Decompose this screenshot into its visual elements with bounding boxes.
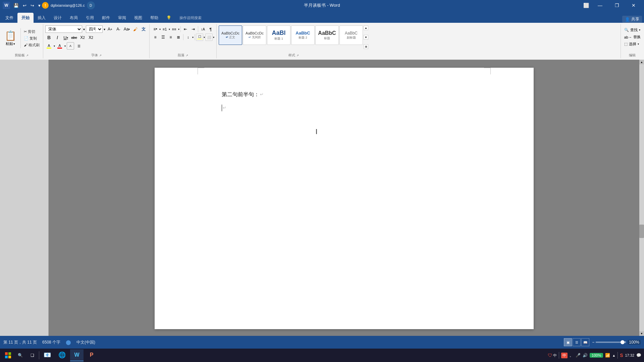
share-btn[interactable]: 👤 共享 (622, 16, 642, 23)
indent-more-btn[interactable]: ⇥ (190, 25, 197, 33)
indent-less-btn[interactable]: ⇤ (182, 25, 189, 33)
tab-mailings[interactable]: 邮件 (98, 13, 114, 23)
volume-icon[interactable]: 🔊 (583, 353, 588, 358)
scroll-down-arrow[interactable]: ▼ (639, 331, 644, 336)
scroll-up-arrow[interactable]: ▲ (639, 60, 644, 64)
style-subtitle[interactable]: AaBbC 副标题 (339, 25, 363, 45)
find-dropdown[interactable]: ▾ (639, 28, 640, 32)
tab-design[interactable]: 设计 (50, 13, 66, 23)
borders-dropdown[interactable]: ▾ (213, 36, 214, 39)
styles-scroll-down[interactable]: ▼ (364, 35, 368, 40)
select-btn[interactable]: ⬚ 选择 ▾ (623, 41, 642, 47)
tab-search[interactable]: 操作说明搜索 (175, 13, 206, 23)
text-line-2[interactable]: ↵ (222, 101, 473, 115)
phonetic-btn[interactable]: ☰ (75, 42, 83, 50)
tab-file[interactable]: 文件 (1, 13, 17, 23)
sort-btn[interactable]: ↕A (199, 25, 207, 33)
scroll-thumb[interactable] (639, 225, 644, 238)
tab-review[interactable]: 审阅 (114, 13, 130, 23)
find-btn[interactable]: 🔍 查找 ▾ (623, 27, 642, 33)
restore-btn[interactable]: ❐ (609, 0, 625, 11)
tab-view[interactable]: 视图 (130, 13, 146, 23)
font-color-btn[interactable]: A (56, 42, 63, 50)
align-right-btn[interactable]: ≡ (167, 34, 174, 41)
close-btn[interactable]: ✕ (626, 0, 641, 11)
web-view-btn[interactable]: ☰ (573, 338, 581, 346)
read-view-btn[interactable]: 📖 (581, 338, 589, 346)
align-left-btn[interactable]: ≡ (152, 34, 159, 41)
copy-btn[interactable]: 📄 复制 (22, 35, 41, 42)
mic-icon[interactable]: 🎤 (576, 353, 581, 358)
clipboard-expand-icon[interactable]: ↗ (26, 54, 29, 57)
vertical-scrollbar[interactable]: ▲ ▼ (639, 60, 644, 336)
underline-btn[interactable]: U▾ (62, 34, 69, 41)
style-no-space[interactable]: AaBbCcDc ↵ 无间距 (243, 25, 266, 45)
tab-help[interactable]: 帮助 (146, 13, 162, 23)
strikethrough-btn[interactable]: abc (70, 34, 78, 41)
font-color-dropdown[interactable]: ▾ (64, 45, 66, 48)
notification-icon[interactable]: 💬 (636, 353, 641, 358)
minimize-btn[interactable]: — (592, 0, 608, 11)
battery-indicator[interactable]: 100% (590, 353, 603, 358)
format-painter-btn[interactable]: 🖌 格式刷 (22, 42, 41, 48)
cut-btn[interactable]: ✂ 剪切 (22, 28, 41, 35)
font-size-dropdown[interactable]: ▾ (104, 27, 105, 31)
taskbar-mail-app[interactable]: 📧 (41, 349, 54, 361)
zoom-out-btn[interactable]: − (592, 340, 594, 345)
font-expand-icon[interactable]: ↗ (99, 54, 102, 57)
subscript-btn[interactable]: X2 (79, 34, 86, 41)
italic-btn[interactable]: I (54, 34, 61, 41)
show-marks-btn[interactable]: ¶ (207, 25, 214, 33)
tab-lightbulb[interactable]: 💡 (162, 13, 175, 23)
account-avatar[interactable]: D (87, 1, 95, 9)
tray-more-btn[interactable]: ▲ (612, 354, 615, 357)
sogou-icon[interactable]: S (620, 353, 623, 358)
undo-btn[interactable]: ↩ (21, 2, 28, 9)
punctuation-btn[interactable]: 。 (570, 353, 574, 358)
customize-btn[interactable]: ▾ (37, 2, 42, 9)
style-normal[interactable]: AaBbCcDc ↵ 正文 (219, 25, 242, 45)
shading-dropdown[interactable]: ▾ (204, 36, 205, 39)
zoom-percent[interactable]: 100% (628, 340, 641, 345)
multilevel-dropdown[interactable]: ▾ (178, 28, 179, 31)
save-btn[interactable]: 💾 (12, 2, 20, 9)
shading-btn[interactable]: ☐ (196, 34, 203, 41)
sogou-ime-btn[interactable]: 中 (561, 353, 568, 358)
style-title[interactable]: AaBbC 标题 (315, 25, 339, 45)
bullets-btn[interactable]: ≡• (152, 25, 159, 33)
paste-btn[interactable]: 📋 粘贴 ▾ (2, 27, 19, 50)
wubi-btn[interactable]: 文 (140, 25, 147, 33)
antivirus-tray[interactable]: 🛡 中 (548, 353, 557, 358)
border-btn[interactable]: A (67, 42, 74, 50)
print-view-btn[interactable]: ▣ (564, 338, 572, 346)
line-spacing-btn[interactable]: ↕ (184, 34, 192, 41)
paste-dropdown-arrow[interactable]: ▾ (13, 42, 15, 46)
select-dropdown[interactable]: ▾ (638, 43, 639, 46)
styles-scroll-expand[interactable]: ⊞ (364, 44, 368, 49)
change-case-btn[interactable]: Aa▾ (123, 25, 130, 33)
bullets-dropdown[interactable]: ▾ (159, 28, 161, 31)
network-icon[interactable]: 📶 (605, 353, 610, 358)
taskbar-ppt-app[interactable]: P (85, 349, 98, 361)
taskbar-browser-app[interactable]: 🌐 (55, 349, 69, 361)
style-heading1[interactable]: AaBl 标题 1 (267, 25, 290, 45)
tab-home[interactable]: 开始 (17, 13, 34, 23)
text-highlight-btn[interactable]: A (45, 42, 53, 50)
document-area[interactable]: 第二句前半句： ↵ ↵ I (49, 60, 639, 336)
tab-insert[interactable]: 插入 (34, 13, 50, 23)
ribbon-toggle-btn[interactable]: ⬜ (581, 0, 591, 11)
style-heading2[interactable]: AaBbC 标题 2 (291, 25, 315, 45)
redo-btn[interactable]: ↪ (29, 2, 36, 9)
justify-btn[interactable]: ≣ (175, 34, 182, 41)
tab-layout[interactable]: 布局 (66, 13, 82, 23)
numbering-dropdown[interactable]: ▾ (169, 28, 170, 31)
highlight-dropdown[interactable]: ▾ (54, 45, 55, 48)
font-name-dropdown[interactable]: ▾ (83, 27, 85, 31)
document-content[interactable]: 第二句前半句： ↵ ↵ (222, 88, 473, 115)
shrink-font-btn[interactable]: A- (115, 25, 122, 33)
scroll-track[interactable] (639, 64, 644, 331)
superscript-btn[interactable]: X2 (87, 34, 95, 41)
tab-references[interactable]: 引用 (82, 13, 98, 23)
system-clock[interactable]: 17:32 (625, 353, 634, 357)
start-btn[interactable] (3, 350, 13, 361)
